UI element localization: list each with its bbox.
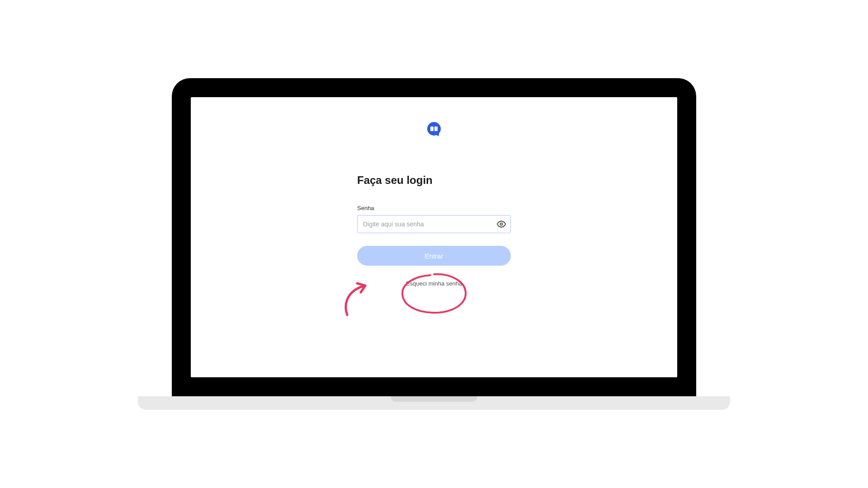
chat-book-icon [427,122,441,136]
screen: Faça seu login Senha Entrar Esqueci minh… [191,97,677,377]
app-logo [427,122,441,136]
toggle-password-visibility[interactable] [496,219,506,229]
submit-button[interactable]: Entrar [357,246,511,266]
password-input-row [357,215,511,233]
login-form: Faça seu login Senha Entrar Esqueci minh… [357,122,511,287]
laptop-base [138,396,730,410]
password-input[interactable] [357,215,511,233]
laptop-hinge-notch [391,396,477,402]
password-label: Senha [357,205,374,211]
svg-point-0 [500,223,503,225]
forgot-password-link[interactable]: Esqueci minha senha [406,280,462,287]
laptop-mockup: Faça seu login Senha Entrar Esqueci minh… [172,78,696,410]
eye-icon [497,220,506,229]
laptop-bezel: Faça seu login Senha Entrar Esqueci minh… [172,78,696,396]
login-heading: Faça seu login [357,174,433,187]
